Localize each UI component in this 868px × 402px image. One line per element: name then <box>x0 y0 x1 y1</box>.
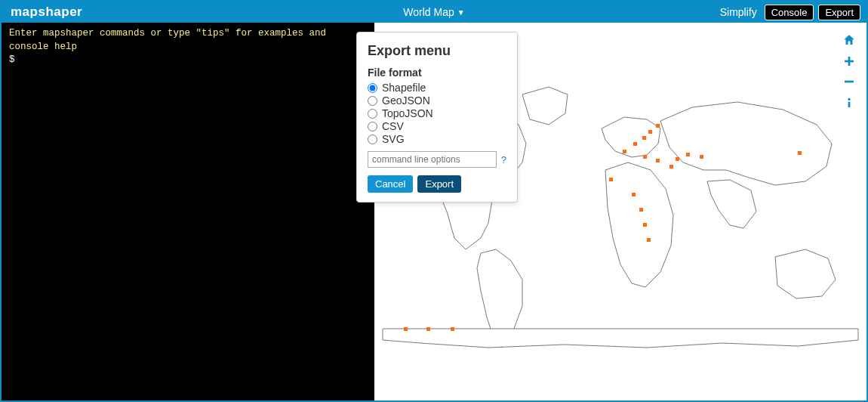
svg-rect-21 <box>845 60 854 63</box>
command-line-options-input[interactable] <box>368 151 497 168</box>
svg-rect-13 <box>639 208 643 212</box>
radio-geojson-label: GeoJSON <box>382 94 430 107</box>
home-icon[interactable] <box>842 33 856 49</box>
radio-csv-label: CSV <box>382 120 404 132</box>
svg-rect-14 <box>643 223 647 227</box>
cancel-button[interactable]: Cancel <box>368 175 413 193</box>
svg-rect-11 <box>609 178 613 181</box>
svg-rect-9 <box>686 153 690 156</box>
radio-shapefile-label: Shapefile <box>382 82 426 94</box>
svg-rect-1 <box>633 142 637 146</box>
svg-rect-3 <box>648 130 652 134</box>
map-controls <box>842 33 856 112</box>
radio-geojson[interactable]: GeoJSON <box>368 94 506 107</box>
svg-rect-2 <box>642 136 646 140</box>
svg-rect-5 <box>643 155 647 159</box>
radio-svg[interactable]: SVG <box>368 133 506 145</box>
radio-topojson-input[interactable] <box>368 109 377 119</box>
svg-rect-8 <box>676 157 679 161</box>
svg-rect-24 <box>848 102 851 107</box>
layer-selector[interactable]: World Map ▼ <box>403 6 464 18</box>
svg-rect-19 <box>451 327 454 331</box>
info-icon[interactable] <box>843 96 855 112</box>
app-logo: mapshaper <box>2 5 91 20</box>
radio-topojson-label: TopoJSON <box>382 107 433 119</box>
layer-name: World Map <box>403 6 454 18</box>
svg-rect-15 <box>647 238 651 242</box>
simplify-button[interactable]: Simplify <box>717 6 760 18</box>
export-menu: Export menu File format Shapefile GeoJSO… <box>356 32 518 203</box>
radio-geojson-input[interactable] <box>368 96 377 106</box>
svg-rect-12 <box>632 193 636 196</box>
radio-svg-input[interactable] <box>368 135 377 144</box>
svg-rect-7 <box>669 165 673 169</box>
radio-shapefile[interactable]: Shapefile <box>368 82 506 94</box>
radio-csv-input[interactable] <box>368 122 377 131</box>
svg-rect-4 <box>656 124 660 128</box>
radio-topojson[interactable]: TopoJSON <box>368 107 506 119</box>
console-help-text: Enter mapshaper commands or type "tips" … <box>9 27 367 54</box>
radio-svg-label: SVG <box>382 133 405 145</box>
svg-rect-10 <box>700 155 703 159</box>
console-panel[interactable]: Enter mapshaper commands or type "tips" … <box>2 23 374 400</box>
help-icon[interactable]: ? <box>501 154 506 165</box>
console-button[interactable]: Console <box>765 5 814 20</box>
zoom-in-icon[interactable] <box>843 55 855 70</box>
export-button[interactable]: Export <box>818 5 860 20</box>
console-prompt: $ <box>9 54 367 67</box>
file-format-label: File format <box>368 66 506 79</box>
top-toolbar: mapshaper World Map ▼ Simplify Console E… <box>2 2 866 23</box>
radio-shapefile-input[interactable] <box>368 83 377 93</box>
toolbar-right: Simplify Console Export <box>717 5 866 20</box>
svg-rect-17 <box>404 327 408 331</box>
svg-rect-0 <box>623 150 626 153</box>
chevron-down-icon: ▼ <box>457 8 465 17</box>
svg-rect-22 <box>845 81 854 83</box>
export-menu-title: Export menu <box>368 43 506 59</box>
radio-csv[interactable]: CSV <box>368 120 506 132</box>
svg-rect-18 <box>426 327 430 331</box>
zoom-out-icon[interactable] <box>843 76 855 90</box>
svg-rect-16 <box>798 151 802 155</box>
svg-point-23 <box>848 98 850 100</box>
svg-rect-6 <box>656 159 660 162</box>
export-confirm-button[interactable]: Export <box>417 175 461 193</box>
